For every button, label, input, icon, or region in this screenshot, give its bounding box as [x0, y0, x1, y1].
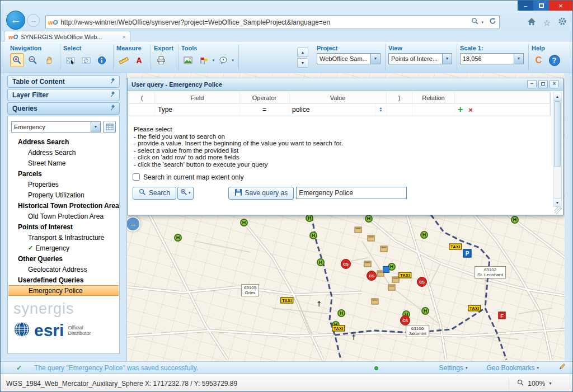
- measure-ruler-button[interactable]: [116, 53, 130, 67]
- save-query-name-input[interactable]: [296, 187, 407, 199]
- scrollbar-thumb[interactable]: [554, 101, 561, 167]
- search-button[interactable]: Search: [133, 187, 176, 200]
- dialog-minimize-button[interactable]: –: [527, 80, 537, 88]
- map-extent-checkbox[interactable]: [133, 173, 140, 181]
- save-query-as-button[interactable]: Save query as: [228, 187, 294, 200]
- maptip-balloon-button[interactable]: [216, 53, 230, 67]
- tree-item[interactable]: Street Name: [8, 158, 119, 168]
- scrollbar-up-icon[interactable]: ▲: [553, 92, 561, 101]
- scale-input[interactable]: [460, 53, 514, 64]
- project-dropdown[interactable]: WebOffice Sam... ▼: [317, 53, 381, 64]
- favorites-star-icon[interactable]: ☆: [543, 18, 551, 27]
- tree-item[interactable]: Emergency Police: [8, 285, 119, 296]
- browser-back-button[interactable]: ←: [6, 11, 25, 30]
- sort-values-icon[interactable]: ▲▼: [379, 107, 383, 112]
- map-canvas[interactable]: HHHHHHHHHHHHHTAXITAXITAXITAXITAXICSCSCSC…: [126, 73, 565, 361]
- row-relation-cell[interactable]: [412, 103, 455, 116]
- tree-item-label: Address Search: [28, 149, 76, 157]
- tree-group[interactable]: Parcels: [8, 168, 119, 179]
- flags-caret-icon[interactable]: ▾: [213, 58, 215, 63]
- view-dropdown-button[interactable]: ▼: [442, 53, 452, 64]
- scroll-down-button[interactable]: ▼: [297, 58, 308, 68]
- edit-pencil-icon[interactable]: [558, 363, 566, 372]
- scrollbar-down-icon[interactable]: ▼: [553, 198, 561, 206]
- dialog-close-button[interactable]: ×: [549, 80, 559, 88]
- query-category-dropdown-button[interactable]: ▼: [91, 121, 101, 133]
- search-icon[interactable]: [471, 17, 479, 27]
- pin-icon[interactable]: [110, 91, 116, 100]
- panel-header-queries[interactable]: Queries: [7, 102, 120, 115]
- tree-item[interactable]: Transport & Infrastructure: [8, 232, 119, 243]
- address-bar[interactable]: wO ▾: [45, 15, 500, 29]
- home-icon[interactable]: [527, 17, 536, 28]
- zoom-out-button[interactable]: [26, 53, 40, 67]
- maptip-caret-icon[interactable]: ▾: [232, 58, 234, 63]
- caret-down-icon: ▾: [537, 366, 539, 370]
- browser-forward-button[interactable]: →: [27, 14, 40, 27]
- tree-item-label: Historical Town Protection Area: [18, 202, 119, 210]
- pin-icon[interactable]: [110, 78, 116, 86]
- window-maximize-button[interactable]: [533, 1, 549, 11]
- browser-zoom-control[interactable]: 100% ▼: [509, 377, 552, 390]
- geo-bookmarks-menu[interactable]: Geo Bookmarks▾: [486, 364, 539, 372]
- dialog-resize-grip[interactable]: [555, 206, 562, 214]
- tree-item[interactable]: Geolocator Address: [8, 264, 119, 275]
- refresh-icon[interactable]: [489, 17, 497, 27]
- zoom-in-button[interactable]: [10, 53, 24, 67]
- view-dropdown[interactable]: Points of Intere... ▼: [388, 53, 452, 64]
- dialog-scrollbar[interactable]: ▲ ▼: [553, 92, 562, 207]
- export-image-button[interactable]: [181, 53, 195, 67]
- tree-item[interactable]: Property Utilization: [8, 190, 119, 200]
- tree-item[interactable]: Properties: [8, 179, 119, 190]
- tree-item[interactable]: Address Search: [8, 147, 119, 158]
- tree-group[interactable]: Other Queries: [8, 253, 119, 264]
- pin-icon[interactable]: [110, 105, 116, 113]
- tree-group[interactable]: Points of Interest: [8, 221, 119, 232]
- row-sort-cell[interactable]: ▲▼: [375, 103, 387, 116]
- browser-status-bar: WGS_1984_Web_Mercator_Auxiliary_Sphere X…: [1, 374, 572, 392]
- add-row-icon[interactable]: +: [458, 106, 463, 114]
- identify-info-button[interactable]: [95, 53, 109, 67]
- dialog-titlebar[interactable]: User query - Emergency Police – ×: [128, 78, 563, 91]
- zoom-caret-icon[interactable]: ▼: [548, 381, 552, 386]
- window-minimize-button[interactable]: –: [518, 1, 533, 11]
- search-caret-icon[interactable]: ▾: [481, 20, 483, 25]
- url-input[interactable]: [60, 18, 468, 26]
- print-button[interactable]: [154, 53, 168, 67]
- saved-search-dropdown-button[interactable]: ▾: [177, 187, 194, 200]
- remove-row-icon[interactable]: ×: [468, 106, 473, 114]
- help-button[interactable]: ?: [547, 53, 561, 67]
- project-dropdown-button[interactable]: ▼: [370, 53, 381, 64]
- tree-group[interactable]: Address Search: [8, 136, 119, 147]
- scroll-up-button[interactable]: ▲: [297, 48, 308, 57]
- tab-close-icon[interactable]: ×: [123, 34, 126, 40]
- settings-gear-icon[interactable]: [558, 17, 567, 28]
- dialog-maximize-button[interactable]: [538, 80, 548, 88]
- contact-button[interactable]: C: [532, 53, 546, 67]
- window-close-button[interactable]: ×: [549, 1, 572, 11]
- annotate-text-button[interactable]: A: [132, 53, 146, 67]
- tree-item[interactable]: ✓Emergency: [8, 243, 119, 253]
- select-polygon-button[interactable]: [79, 53, 93, 67]
- row-operator-cell[interactable]: =: [240, 103, 289, 116]
- query-category-dropdown[interactable]: Emergency ▼: [11, 121, 101, 133]
- settings-menu[interactable]: Settings▾: [439, 364, 468, 372]
- info-point-marker: [383, 266, 389, 273]
- scale-control[interactable]: ▼: [460, 53, 524, 64]
- flags-tool-button[interactable]: [197, 53, 211, 67]
- row-open-paren-cell[interactable]: [129, 103, 155, 116]
- pan-hand-button[interactable]: [41, 53, 55, 67]
- scale-dropdown-button[interactable]: ▼: [514, 53, 524, 64]
- manage-queries-button[interactable]: [103, 121, 116, 133]
- museum-marker: [388, 285, 396, 291]
- tree-group[interactable]: Userdefined Queries: [8, 275, 119, 285]
- tree-item[interactable]: Old Town Protection Area: [8, 211, 119, 221]
- select-rectangle-button[interactable]: [63, 53, 77, 67]
- panel-header-table-of-content[interactable]: Table of Content: [7, 75, 120, 88]
- row-value-cell[interactable]: police: [289, 103, 375, 116]
- panel-header-layer-filter[interactable]: Layer Filter: [7, 89, 120, 101]
- row-field-cell[interactable]: Type: [155, 103, 240, 116]
- tree-group[interactable]: Historical Town Protection Area: [8, 200, 119, 211]
- row-close-paren-cell[interactable]: [387, 103, 412, 116]
- browser-tab[interactable]: wO SYNERGIS WebOffice Web... ×: [4, 31, 130, 42]
